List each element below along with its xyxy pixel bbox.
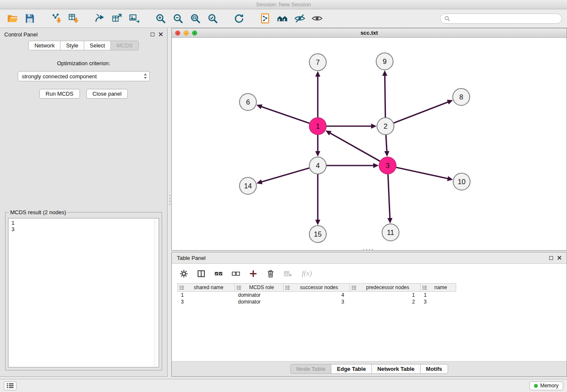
- search-input[interactable]: [452, 16, 558, 22]
- table-tabs: Node TableEdge TableNetwork TableMotifs: [290, 364, 448, 374]
- table-tab-motifs[interactable]: Motifs: [420, 364, 448, 374]
- mcds-result-list[interactable]: 13: [8, 218, 159, 367]
- control-tab-mcds[interactable]: MCDS: [110, 41, 138, 50]
- search-box[interactable]: [440, 14, 562, 24]
- criterion-select[interactable]: strongly connected component: [18, 71, 150, 81]
- export-table-button[interactable]: [110, 11, 124, 26]
- select-all-icon: [214, 269, 223, 278]
- network-window: ×−+ scc.txt 7968124314101511: [171, 28, 567, 251]
- column-header-label: successor nodes: [300, 284, 338, 290]
- network-node-1[interactable]: 1: [309, 118, 326, 135]
- close-panel-icon[interactable]: [159, 32, 163, 36]
- table-settings-button[interactable]: [178, 268, 189, 279]
- network-node-7[interactable]: 7: [309, 54, 326, 71]
- network-node-4[interactable]: 4: [309, 157, 326, 174]
- network-node-14[interactable]: 14: [239, 177, 256, 194]
- column-header-mcds-role[interactable]: MCDS role: [235, 284, 284, 292]
- network-canvas[interactable]: 7968124314101511: [172, 38, 567, 250]
- open-session-button[interactable]: [5, 11, 19, 26]
- table-tab-edge-table[interactable]: Edge Table: [331, 364, 372, 374]
- table-cell[interactable]: dominator: [235, 292, 284, 298]
- column-header-predecessor-nodes[interactable]: predecessor nodes: [350, 284, 421, 292]
- node-label: 11: [387, 229, 394, 236]
- mcds-result-group: MCDS result (2 nodes) 13: [5, 209, 162, 370]
- table-cell[interactable]: 3: [284, 298, 350, 305]
- table-cell[interactable]: 1: [421, 292, 456, 298]
- result-scrollbar[interactable]: [154, 218, 159, 367]
- show-graphics-details-button[interactable]: [310, 11, 324, 26]
- close-panel-button[interactable]: Close panel: [86, 89, 128, 99]
- table-cell[interactable]: 4: [284, 292, 350, 298]
- table-cell[interactable]: 2: [350, 298, 421, 305]
- close-table-panel-icon[interactable]: [557, 256, 561, 260]
- column-header-successor-nodes[interactable]: successor nodes: [284, 284, 350, 292]
- network-edge-3-1[interactable]: [330, 133, 388, 166]
- edge-arrowhead: [256, 104, 262, 109]
- zoom-selected-button[interactable]: [205, 11, 220, 26]
- refresh-icon: [233, 13, 245, 24]
- horizontal-splitter-handle[interactable]: [362, 248, 374, 251]
- table-tab-network-table[interactable]: Network Table: [372, 364, 421, 374]
- memory-label: Memory: [540, 383, 559, 389]
- network-node-9[interactable]: 9: [376, 53, 393, 70]
- criterion-selected-value: strongly connected component: [22, 73, 97, 80]
- control-tab-select[interactable]: Select: [84, 41, 111, 50]
- edge-arrowhead: [447, 176, 453, 181]
- node-label: 6: [246, 98, 250, 106]
- table-tab-node-table[interactable]: Node Table: [290, 364, 331, 374]
- network-node-3[interactable]: 3: [379, 157, 396, 174]
- panel-menu-button[interactable]: [4, 381, 17, 390]
- window-close-button[interactable]: ×: [175, 30, 180, 36]
- zoom-selected-icon: [207, 13, 218, 24]
- export-image-button[interactable]: [127, 11, 141, 26]
- network-node-2[interactable]: 2: [377, 118, 394, 135]
- deselect-all-rows-button[interactable]: [230, 268, 241, 279]
- table-cell[interactable]: 3: [178, 298, 235, 305]
- network-node-6[interactable]: 6: [239, 94, 256, 110]
- split-columns-button[interactable]: [195, 268, 206, 279]
- apply-layout-button[interactable]: [231, 11, 246, 26]
- window-zoom-button[interactable]: +: [192, 30, 197, 36]
- home-view-button[interactable]: [275, 11, 289, 26]
- window-title: Session: New Session: [256, 1, 311, 8]
- network-node-15[interactable]: 15: [309, 226, 326, 243]
- export-network-button[interactable]: [92, 11, 107, 26]
- window-minimize-button[interactable]: −: [184, 30, 189, 36]
- table-cell[interactable]: 1: [178, 292, 235, 298]
- table-cell[interactable]: dominator: [235, 298, 284, 305]
- select-all-rows-button[interactable]: [213, 268, 224, 279]
- vertical-splitter-handle[interactable]: [169, 194, 171, 205]
- network-edge-2-8[interactable]: [385, 102, 448, 126]
- memory-button[interactable]: Memory: [529, 381, 563, 390]
- toggle-style-button[interactable]: [292, 11, 307, 26]
- import-table-button[interactable]: [66, 11, 80, 26]
- table-cell[interactable]: 3: [421, 298, 456, 305]
- zoom-in-button[interactable]: [153, 11, 168, 26]
- network-edge-3-10[interactable]: [388, 166, 448, 179]
- column-header-shared-name[interactable]: shared name: [178, 284, 235, 292]
- table-row[interactable]: 1dominator411: [178, 292, 456, 298]
- import-network-button[interactable]: [49, 11, 63, 26]
- network-node-11[interactable]: 11: [382, 224, 399, 241]
- table-row[interactable]: 3dominator323: [178, 298, 456, 305]
- run-mcds-button[interactable]: Run MCDS: [39, 89, 80, 99]
- network-node-10[interactable]: 10: [453, 173, 470, 190]
- zoom-out-button[interactable]: [171, 11, 185, 26]
- control-tab-network[interactable]: Network: [28, 41, 61, 50]
- table-cell[interactable]: 1: [350, 292, 421, 298]
- network-node-8[interactable]: 8: [453, 88, 470, 105]
- delete-row-button[interactable]: [265, 268, 276, 279]
- network-edge-1-6[interactable]: [261, 107, 318, 126]
- float-panel-icon[interactable]: [151, 33, 154, 36]
- column-header-name[interactable]: name: [421, 284, 456, 292]
- control-tab-style[interactable]: Style: [60, 41, 84, 50]
- toolbar-buttons: [5, 11, 324, 26]
- add-row-button[interactable]: [248, 268, 259, 279]
- float-table-panel-icon[interactable]: [549, 256, 553, 260]
- network-style-button[interactable]: [258, 11, 272, 26]
- control-panel-title: Control Panel: [4, 31, 38, 38]
- zoom-fit-button[interactable]: [188, 11, 202, 26]
- node-table-area: f(x) shared nameMCDS rolesuccessor nodes…: [172, 263, 567, 361]
- column-sort-icon: [352, 285, 356, 290]
- save-session-button[interactable]: [22, 11, 37, 26]
